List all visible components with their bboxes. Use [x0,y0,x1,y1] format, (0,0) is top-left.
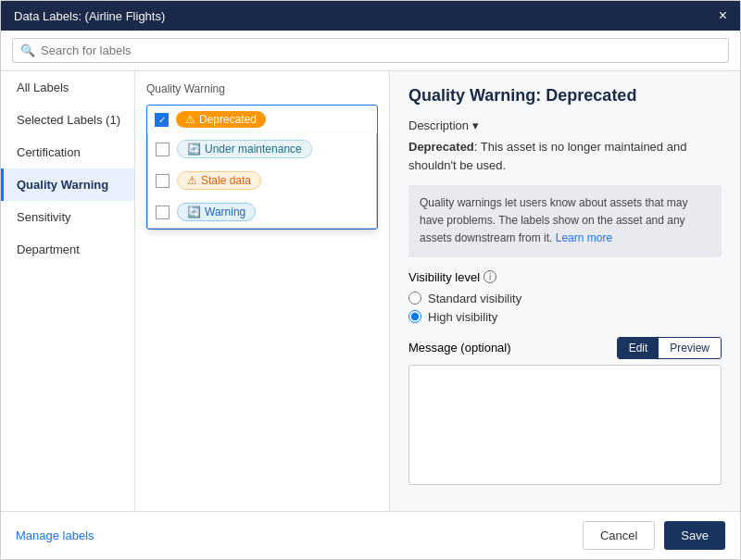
dialog: Data Labels: (Airline Flights) × 🔍 All L… [0,0,741,560]
search-input-wrap: 🔍 [12,38,729,63]
message-section: Message (optional) Edit Preview [408,337,722,488]
sidebar: All Labels Selected Labels (1) Certifica… [1,71,135,511]
option-under-maintenance[interactable]: 🔄 Under maintenance [148,133,376,165]
maintenance-tag: 🔄 Under maintenance [177,140,312,158]
preview-tab[interactable]: Preview [659,338,721,358]
option-warning[interactable]: 🔄 Warning [148,196,376,228]
warning-icon: 🔄 [187,205,201,218]
maintenance-checkbox[interactable] [156,143,170,156]
edit-preview-tabs: Edit Preview [617,337,722,359]
info-box: Quality warnings let users know about as… [408,185,722,257]
sidebar-item-all-labels[interactable]: All Labels [1,71,134,104]
chevron-down-icon: ▾ [472,118,479,132]
visibility-label: Visibility level i [408,270,722,284]
sidebar-item-certification[interactable]: Certification [1,136,134,168]
dropdown-options: 🔄 Under maintenance ⚠ Stale data [147,133,377,229]
search-bar: 🔍 [1,31,740,71]
standard-visibility-option[interactable]: Standard visibility [408,292,722,305]
description-section: Description ▾ Deprecated: This asset is … [408,118,722,174]
footer-buttons: Cancel Save [583,521,725,550]
title-bar: Data Labels: (Airline Flights) × [1,1,740,31]
stale-tag: ⚠ Stale data [177,171,261,190]
option-stale-data[interactable]: ⚠ Stale data [148,165,376,196]
stale-checkbox[interactable] [156,174,170,188]
description-toggle[interactable]: Description ▾ [408,118,722,132]
deprecated-checkbox[interactable] [155,113,169,127]
sidebar-item-department[interactable]: Department [1,233,134,266]
message-textarea[interactable] [408,365,722,485]
learn-more-link[interactable]: Learn more [556,231,612,244]
right-panel: Quality Warning: Deprecated Description … [390,71,740,511]
right-panel-title: Quality Warning: Deprecated [408,86,722,106]
manage-labels-link[interactable]: Manage labels [16,529,94,542]
cancel-button[interactable]: Cancel [583,521,655,550]
message-label: Message (optional) Edit Preview [408,337,722,359]
sidebar-item-sensitivity[interactable]: Sensitivity [1,201,134,233]
center-panel-title: Quality Warning [146,82,378,95]
close-button[interactable]: × [719,8,727,23]
dialog-title: Data Labels: (Airline Flights) [14,9,165,23]
deprecated-tag: ⚠ Deprecated [176,111,266,128]
search-icon: 🔍 [20,44,35,57]
main-content: All Labels Selected Labels (1) Certifica… [1,71,740,511]
visibility-section: Visibility level i Standard visibility H… [408,270,722,324]
warning-tag: 🔄 Warning [177,203,256,221]
dropdown-header[interactable]: ⚠ Deprecated [147,106,377,133]
sidebar-item-quality-warning[interactable]: Quality Warning [1,168,134,201]
high-visibility-radio[interactable] [408,310,421,323]
standard-visibility-radio[interactable] [408,292,421,305]
sidebar-item-selected-labels[interactable]: Selected Labels (1) [1,104,134,136]
info-icon[interactable]: i [484,270,496,283]
warning-checkbox[interactable] [156,205,170,219]
stale-icon: ⚠ [187,174,197,187]
label-dropdown[interactable]: ⚠ Deprecated 🔄 Under maintenance [146,105,378,230]
save-button[interactable]: Save [664,521,725,550]
edit-tab[interactable]: Edit [618,338,659,358]
maintenance-icon: 🔄 [187,143,201,156]
search-input[interactable] [41,44,721,57]
high-visibility-option[interactable]: High visibility [408,310,722,324]
center-panel: Quality Warning ⚠ Deprecated 🔄 Unde [135,71,390,511]
description-text: Deprecated: This asset is no longer main… [408,138,722,174]
footer: Manage labels Cancel Save [1,511,740,559]
deprecated-icon: ⚠ [185,113,195,126]
